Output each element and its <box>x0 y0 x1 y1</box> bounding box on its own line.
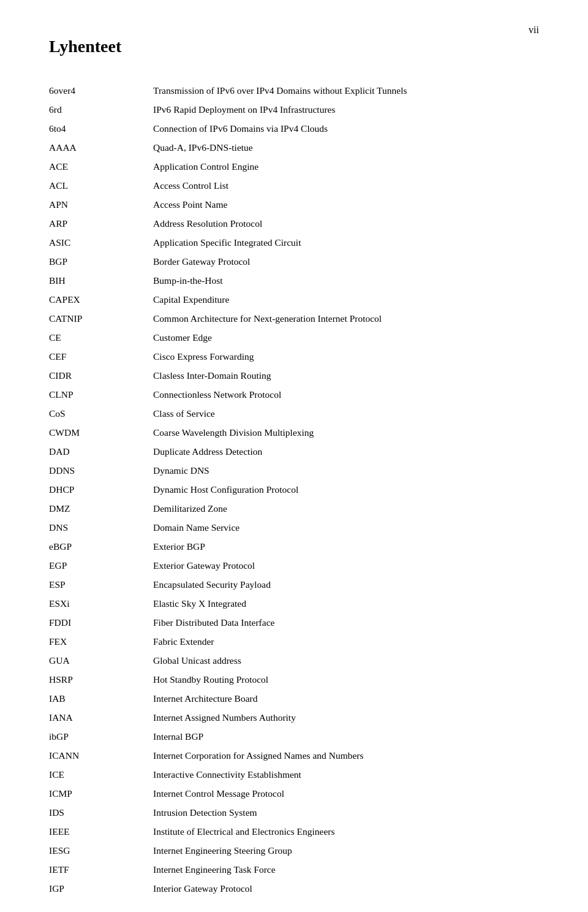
abbreviation-cell: ICE <box>49 766 147 785</box>
table-row: IEEEInstitute of Electrical and Electron… <box>49 823 539 842</box>
abbreviation-cell: CAPEX <box>49 290 147 309</box>
table-row: IGPInterior Gateway Protocol <box>49 880 539 899</box>
abbreviation-cell: 6over4 <box>49 81 147 100</box>
page-title: Lyhenteet <box>49 37 539 56</box>
definition-cell: Exterior Gateway Protocol <box>147 556 539 575</box>
abbreviation-cell: ACL <box>49 176 147 195</box>
definition-cell: Capital Expenditure <box>147 290 539 309</box>
definition-cell: Clasless Inter-Domain Routing <box>147 366 539 385</box>
abbreviation-cell: CE <box>49 328 147 347</box>
table-row: FEXFabric Extender <box>49 632 539 651</box>
table-row: DADDuplicate Address Detection <box>49 442 539 461</box>
abbreviation-cell: DMZ <box>49 499 147 518</box>
abbreviation-cell: HSRP <box>49 670 147 689</box>
abbreviation-cell: ACE <box>49 157 147 176</box>
definition-cell: Internet Engineering Steering Group <box>147 842 539 861</box>
abbreviation-cell: DHCP <box>49 480 147 499</box>
definition-cell: Internet Control Message Protocol <box>147 785 539 804</box>
table-row: CEFCisco Express Forwarding <box>49 347 539 366</box>
table-row: DNSDomain Name Service <box>49 518 539 537</box>
definition-cell: Global Unicast address <box>147 651 539 670</box>
table-row: DMZDemilitarized Zone <box>49 499 539 518</box>
definition-cell: Internet Corporation for Assigned Names … <box>147 747 539 766</box>
abbreviation-cell: APN <box>49 195 147 214</box>
table-row: 6over4Transmission of IPv6 over IPv4 Dom… <box>49 81 539 100</box>
abbreviation-cell: ARP <box>49 214 147 233</box>
table-row: ICANNInternet Corporation for Assigned N… <box>49 747 539 766</box>
table-row: ICMPInternet Control Message Protocol <box>49 785 539 804</box>
abbreviation-cell: IETF <box>49 861 147 880</box>
definition-cell: Internet Engineering Task Force <box>147 861 539 880</box>
definition-cell: Dynamic Host Configuration Protocol <box>147 480 539 499</box>
abbreviation-cell: DAD <box>49 442 147 461</box>
definition-cell: Institute of Electrical and Electronics … <box>147 823 539 842</box>
definition-cell: Common Architecture for Next-generation … <box>147 309 539 328</box>
table-row: BGPBorder Gateway Protocol <box>49 252 539 271</box>
definition-cell: Application Specific Integrated Circuit <box>147 233 539 252</box>
abbreviation-cell: CEF <box>49 347 147 366</box>
definition-cell: Duplicate Address Detection <box>147 442 539 461</box>
definition-cell: Customer Edge <box>147 328 539 347</box>
table-row: CoSClass of Service <box>49 404 539 423</box>
abbreviation-cell: ibGP <box>49 728 147 747</box>
table-row: ESPEncapsulated Security Payload <box>49 575 539 594</box>
table-row: GUAGlobal Unicast address <box>49 651 539 670</box>
table-row: ICEInteractive Connectivity Establishmen… <box>49 766 539 785</box>
definition-cell: Application Control Engine <box>147 157 539 176</box>
abbreviation-cell: eBGP <box>49 537 147 556</box>
abbreviation-cell: CIDR <box>49 366 147 385</box>
table-row: ibGPInternal BGP <box>49 728 539 747</box>
abbreviation-cell: IAB <box>49 690 147 709</box>
table-row: IETFInternet Engineering Task Force <box>49 861 539 880</box>
table-row: CLNPConnectionless Network Protocol <box>49 385 539 404</box>
table-row: IABInternet Architecture Board <box>49 690 539 709</box>
abbreviation-cell: BGP <box>49 252 147 271</box>
definition-cell: Internet Assigned Numbers Authority <box>147 709 539 728</box>
abbreviation-cell: IGP <box>49 880 147 899</box>
table-row: IESGInternet Engineering Steering Group <box>49 842 539 861</box>
definition-cell: Connection of IPv6 Domains via IPv4 Clou… <box>147 119 539 138</box>
definition-cell: Interior Gateway Protocol <box>147 880 539 899</box>
definition-cell: Elastic Sky X Integrated <box>147 594 539 613</box>
table-row: BIHBump-in-the-Host <box>49 271 539 290</box>
table-row: EGPExterior Gateway Protocol <box>49 556 539 575</box>
definition-cell: Access Control List <box>147 176 539 195</box>
abbreviation-cell: CLNP <box>49 385 147 404</box>
abbreviation-cell: 6to4 <box>49 119 147 138</box>
abbreviation-cell: IEEE <box>49 823 147 842</box>
abbreviation-cell: CoS <box>49 404 147 423</box>
table-row: IANAInternet Assigned Numbers Authority <box>49 709 539 728</box>
table-row: APNAccess Point Name <box>49 195 539 214</box>
definition-cell: Fiber Distributed Data Interface <box>147 613 539 632</box>
table-row: ESXiElastic Sky X Integrated <box>49 594 539 613</box>
definition-cell: Class of Service <box>147 404 539 423</box>
table-row: CIDRClasless Inter-Domain Routing <box>49 366 539 385</box>
definition-cell: Intrusion Detection System <box>147 804 539 823</box>
table-row: DDNSDynamic DNS <box>49 461 539 480</box>
abbreviation-cell: DNS <box>49 518 147 537</box>
abbreviation-cell: DDNS <box>49 461 147 480</box>
abbreviations-table: 6over4Transmission of IPv6 over IPv4 Dom… <box>49 81 539 899</box>
definition-cell: Border Gateway Protocol <box>147 252 539 271</box>
table-row: CATNIPCommon Architecture for Next-gener… <box>49 309 539 328</box>
table-row: CAPEXCapital Expenditure <box>49 290 539 309</box>
abbreviation-cell: GUA <box>49 651 147 670</box>
table-row: FDDIFiber Distributed Data Interface <box>49 613 539 632</box>
definition-cell: Coarse Wavelength Division Multiplexing <box>147 423 539 442</box>
definition-cell: Quad-A, IPv6-DNS-tietue <box>147 138 539 157</box>
table-row: CWDMCoarse Wavelength Division Multiplex… <box>49 423 539 442</box>
abbreviation-cell: IESG <box>49 842 147 861</box>
table-row: eBGPExterior BGP <box>49 537 539 556</box>
table-row: CECustomer Edge <box>49 328 539 347</box>
definition-cell: Internet Architecture Board <box>147 690 539 709</box>
definition-cell: Hot Standby Routing Protocol <box>147 670 539 689</box>
definition-cell: IPv6 Rapid Deployment on IPv4 Infrastruc… <box>147 100 539 119</box>
abbreviation-cell: IDS <box>49 804 147 823</box>
definition-cell: Internal BGP <box>147 728 539 747</box>
table-row: ACLAccess Control List <box>49 176 539 195</box>
table-row: AAAAQuad-A, IPv6-DNS-tietue <box>49 138 539 157</box>
table-row: ASICApplication Specific Integrated Circ… <box>49 233 539 252</box>
table-row: ACEApplication Control Engine <box>49 157 539 176</box>
table-row: 6rdIPv6 Rapid Deployment on IPv4 Infrast… <box>49 100 539 119</box>
table-row: 6to4Connection of IPv6 Domains via IPv4 … <box>49 119 539 138</box>
